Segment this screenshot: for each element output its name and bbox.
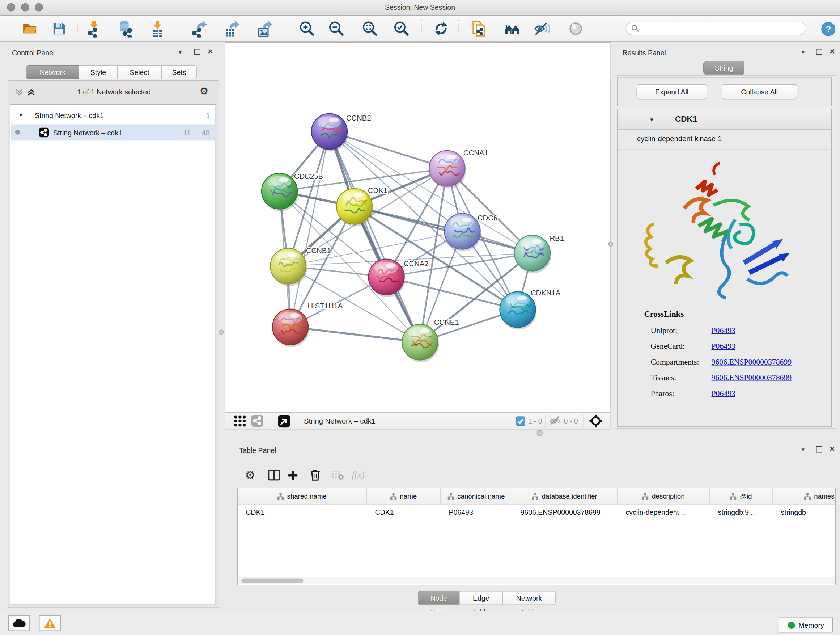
search-field[interactable] [626, 22, 807, 35]
results-panel-float-icon[interactable] [816, 49, 822, 57]
table-cell[interactable]: CDK1 [238, 508, 367, 516]
expand-all-button[interactable]: Expand All [637, 84, 707, 100]
help-button[interactable]: ? [821, 19, 836, 39]
export-image-button[interactable] [255, 19, 274, 39]
export-table-button[interactable] [221, 19, 241, 39]
horizontal-splitter-knob[interactable] [537, 430, 543, 436]
cloud-button[interactable] [8, 616, 30, 631]
network-node-CCNA2[interactable] [369, 259, 406, 297]
hide-graphics-details-button[interactable] [532, 19, 552, 39]
network-row-selected[interactable]: String Network – cdk1 11 48 [11, 125, 216, 141]
network-collection-row[interactable]: ▼ String Network – cdk1 1 [11, 108, 216, 125]
network-node-CCNE1[interactable] [402, 325, 439, 363]
zoom-out-button[interactable] [326, 19, 346, 39]
crosslink-genecard-link[interactable]: P06493 [712, 342, 736, 351]
table-cell[interactable]: stringdb:9... [710, 508, 773, 516]
column-header-description[interactable]: description [617, 488, 710, 505]
status-bar: Memory [0, 611, 840, 635]
network-options-gear-icon[interactable]: ⚙ [200, 86, 208, 97]
table-cell[interactable]: cyclin-dependent ... [617, 508, 710, 516]
crosslink-tissues-link[interactable]: 9606.ENSP00000378699 [712, 373, 792, 383]
network-node-RB1[interactable] [515, 235, 551, 273]
crosslink-uniprot-link[interactable]: P06493 [712, 326, 736, 335]
right-splitter-knob[interactable] [608, 242, 614, 247]
home-button[interactable] [502, 19, 522, 39]
column-header--id[interactable]: @id [710, 488, 773, 505]
table-cell[interactable]: stringdb [773, 508, 836, 516]
table-panel-float-menu-icon[interactable]: ▼ [801, 447, 806, 453]
import-table-from-database-button[interactable] [116, 19, 136, 39]
network-canvas[interactable]: CCNB2CCNA1CDC25BCDK1CDC6RB1CCNB1CCNA2CDK… [225, 42, 611, 413]
table-cell[interactable]: CDK1 [367, 508, 441, 516]
birds-eye-icon[interactable] [278, 415, 291, 427]
network-node-CCNB1[interactable] [270, 249, 307, 287]
tab-style[interactable]: Style [79, 65, 118, 79]
add-column-icon[interactable] [284, 467, 301, 483]
table-cell[interactable]: P06493 [441, 508, 512, 516]
network-node-CDC25B[interactable] [262, 173, 298, 211]
function-builder-icon[interactable]: f(x) [350, 467, 366, 483]
collapse-all-networks-icon[interactable] [15, 89, 24, 96]
collapse-all-button[interactable]: Collapse All [722, 84, 797, 100]
import-network-button[interactable] [85, 19, 104, 39]
network-node-CDKN1A[interactable] [500, 292, 537, 330]
control-panel-close-icon[interactable]: × [208, 47, 213, 57]
table-panel-close-icon[interactable]: × [830, 444, 835, 454]
warning-button[interactable] [39, 616, 61, 631]
crosslink-pharos-link[interactable]: P06493 [712, 389, 736, 398]
clear-table-icon[interactable] [330, 467, 346, 483]
table-row[interactable]: CDK1CDK1P064939606.ENSP00000378699cyclin… [238, 505, 835, 519]
tab-string[interactable]: String [703, 61, 745, 75]
scrollbar-thumb[interactable] [242, 578, 303, 584]
delete-column-trash-icon[interactable] [307, 467, 324, 483]
control-panel-float-icon[interactable] [194, 49, 201, 57]
tab-node-table[interactable]: Node Table [418, 591, 460, 605]
horizontal-scrollbar[interactable] [238, 577, 835, 584]
gene-section-header[interactable]: ▼ CDK1 [617, 109, 831, 130]
save-session-button[interactable] [50, 19, 69, 39]
column-header-name[interactable]: name [367, 488, 441, 505]
results-panel-float-menu-icon[interactable]: ▼ [801, 49, 806, 55]
tab-select[interactable]: Select [117, 65, 162, 79]
control-panel-float-menu-icon[interactable]: ▼ [178, 49, 183, 55]
zoom-in-button[interactable] [297, 19, 317, 39]
network-node-HIST1H1A[interactable] [272, 309, 309, 347]
column-header-namespace[interactable]: namespace [773, 488, 836, 505]
table-cell[interactable]: 9606.ENSP00000378699 [512, 508, 617, 516]
left-splitter-knob[interactable] [219, 330, 224, 335]
tab-sets[interactable]: Sets [161, 65, 197, 79]
table-panel-float-icon[interactable] [816, 447, 822, 454]
selected-checkbox-icon[interactable] [516, 416, 525, 426]
hidden-eye-icon[interactable] [549, 416, 561, 426]
open-session-button[interactable] [19, 19, 39, 39]
zoom-fit-button[interactable] [360, 19, 379, 39]
export-network-button[interactable] [189, 19, 209, 39]
table-columns-icon[interactable] [266, 467, 282, 483]
network-node-CCNA1[interactable] [429, 150, 466, 188]
tab-network-table[interactable]: Network Table [502, 591, 556, 605]
collection-disclosure-icon[interactable]: ▼ [19, 112, 23, 118]
search-input[interactable] [639, 24, 793, 33]
network-from-document-button[interactable] [470, 19, 489, 39]
column-header-canonical-name[interactable]: canonical name [441, 488, 512, 505]
column-header-database-identifier[interactable]: database identifier [512, 488, 617, 505]
footer-separator [271, 415, 272, 428]
import-table-from-file-button[interactable] [148, 19, 167, 39]
help-icon: ? [821, 21, 836, 36]
refresh-button[interactable] [431, 19, 451, 39]
grid-view-icon[interactable] [234, 415, 246, 427]
results-panel-close-icon[interactable]: × [830, 47, 835, 57]
zoom-selected-button[interactable] [392, 19, 411, 39]
column-header-shared-name[interactable]: shared name [238, 488, 367, 505]
crosslink-compartments-link[interactable]: 9606.ENSP00000378699 [712, 357, 792, 367]
gene-disclosure-icon[interactable]: ▼ [649, 117, 654, 123]
expand-all-networks-icon[interactable] [27, 89, 35, 96]
memory-button[interactable]: Memory [779, 618, 833, 633]
tab-edge-table[interactable]: Edge Table [459, 591, 503, 605]
share-network-gray-icon[interactable] [251, 415, 264, 427]
import-network-icon [86, 20, 103, 38]
table-gear-icon[interactable]: ⚙ [242, 467, 258, 483]
tab-network[interactable]: Network [26, 65, 79, 79]
show-graphics-details-button[interactable] [566, 19, 586, 39]
navigator-crosshair-icon[interactable] [589, 415, 602, 428]
